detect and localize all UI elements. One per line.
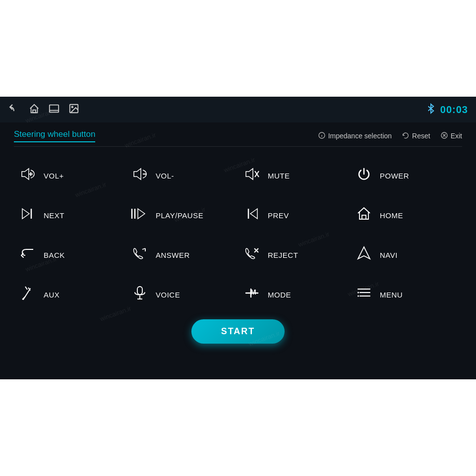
vol-minus-label: VOL- <box>156 172 174 180</box>
home-label: HOME <box>380 211 403 220</box>
home-nav-icon[interactable] <box>29 103 40 117</box>
svg-marker-21 <box>250 209 257 219</box>
mode-item[interactable]: M MODE <box>238 275 350 314</box>
menu-icon <box>355 287 373 303</box>
next-label: NEXT <box>44 211 64 220</box>
page-title-bar: Steering wheel button Impedance selectio… <box>14 122 462 147</box>
svg-rect-1 <box>50 105 59 112</box>
play-pause-item[interactable]: PLAY/PAUSE <box>126 195 238 235</box>
reset-label: Reset <box>412 132 430 140</box>
gallery-nav-icon[interactable] <box>68 103 79 117</box>
navi-label: NAVI <box>380 251 398 259</box>
page-actions: Impedance selection Reset <box>318 131 462 141</box>
main-screen: wincairan.ir wincairan.ir wincairan.ir w… <box>0 97 476 379</box>
svg-point-4 <box>71 106 73 108</box>
nav-icons-left <box>8 103 79 117</box>
voice-item[interactable]: VOICE <box>126 275 238 314</box>
vol-minus-item[interactable]: VOL- <box>126 156 238 195</box>
menu-item[interactable]: MENU <box>350 275 462 314</box>
svg-rect-31 <box>137 287 142 295</box>
top-whitespace <box>0 0 476 97</box>
back-label: BACK <box>44 251 65 259</box>
content-area: Steering wheel button Impedance selectio… <box>0 122 476 344</box>
exit-action[interactable]: Exit <box>440 131 462 141</box>
time-display: 00:03 <box>440 104 468 116</box>
prev-icon <box>243 207 261 224</box>
exit-label: Exit <box>451 132 462 140</box>
bottom-whitespace <box>0 379 476 476</box>
impedance-icon <box>318 131 326 141</box>
mute-label: MUTE <box>268 172 290 180</box>
vol-plus-item[interactable]: VOL+ <box>14 156 126 195</box>
next-item[interactable]: NEXT <box>14 195 126 235</box>
voice-icon <box>131 286 149 304</box>
back-action-icon <box>19 246 37 264</box>
vol-plus-icon <box>19 167 37 184</box>
start-button-container: START <box>14 319 462 344</box>
play-pause-icon <box>131 207 149 224</box>
svg-rect-0 <box>33 110 36 113</box>
power-label: POWER <box>380 172 409 180</box>
svg-rect-23 <box>362 215 366 219</box>
mute-icon <box>243 167 261 184</box>
start-button[interactable]: START <box>191 319 285 344</box>
menu-label: MENU <box>380 291 403 299</box>
svg-point-39 <box>357 295 359 297</box>
nav-icons-right: 00:03 <box>426 103 468 117</box>
vol-plus-label: VOL+ <box>44 172 64 180</box>
mode-icon: M <box>243 287 261 303</box>
svg-marker-26 <box>358 247 370 259</box>
reject-icon <box>243 246 261 264</box>
back-nav-icon[interactable] <box>8 103 20 117</box>
screen-nav-icon[interactable] <box>49 103 60 117</box>
answer-icon <box>131 246 149 264</box>
vol-minus-icon <box>131 167 149 184</box>
reset-icon <box>402 131 410 141</box>
prev-label: PREV <box>268 211 289 220</box>
bluetooth-icon <box>426 103 435 117</box>
svg-line-28 <box>25 287 27 290</box>
svg-marker-20 <box>138 209 145 219</box>
home-item[interactable]: HOME <box>350 195 462 235</box>
navi-icon <box>355 246 373 264</box>
svg-text:M: M <box>250 288 256 296</box>
impedance-label: Impedance selection <box>328 132 392 140</box>
reject-label: REJECT <box>268 251 298 259</box>
reset-action[interactable]: Reset <box>402 131 430 141</box>
next-icon <box>19 207 37 224</box>
impedance-selection-action[interactable]: Impedance selection <box>318 131 392 141</box>
home-icon <box>355 206 373 225</box>
exit-icon <box>440 131 448 141</box>
svg-marker-16 <box>22 209 29 219</box>
page-title: Steering wheel button <box>14 129 95 142</box>
aux-icon <box>19 286 37 304</box>
reject-item[interactable]: REJECT <box>238 235 350 275</box>
answer-label: ANSWER <box>156 251 190 259</box>
mute-item[interactable]: MUTE <box>238 156 350 195</box>
voice-label: VOICE <box>156 291 180 299</box>
svg-point-38 <box>357 292 359 293</box>
mode-label: MODE <box>268 291 291 299</box>
back-item[interactable]: BACK <box>14 235 126 275</box>
power-icon <box>355 167 373 185</box>
prev-item[interactable]: PREV <box>238 195 350 235</box>
aux-item[interactable]: AUX <box>14 275 126 314</box>
play-pause-label: PLAY/PAUSE <box>156 211 203 220</box>
answer-item[interactable]: ANSWER <box>126 235 238 275</box>
top-navigation-bar: 00:03 <box>0 97 476 122</box>
power-item[interactable]: POWER <box>350 156 462 195</box>
navi-item[interactable]: NAVI <box>350 235 462 275</box>
steering-button-grid: VOL+ VOL- <box>14 156 462 314</box>
aux-label: AUX <box>44 291 60 299</box>
